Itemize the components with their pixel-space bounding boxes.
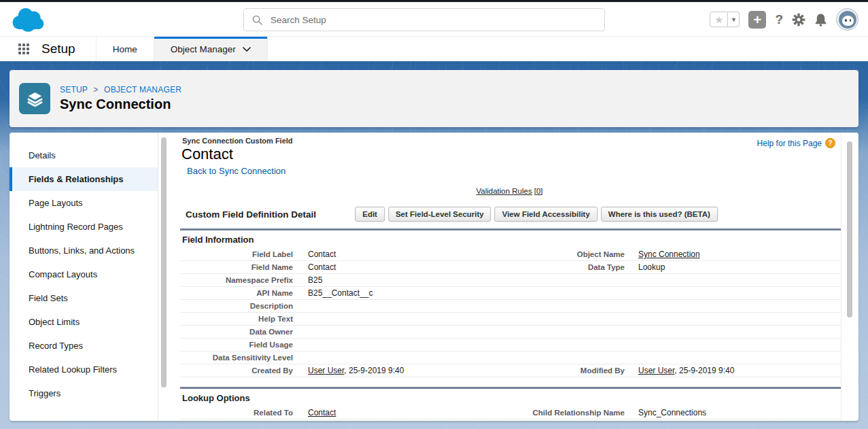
section-title: Lookup Options bbox=[180, 389, 841, 407]
help-orange-icon: ? bbox=[825, 138, 835, 148]
field-value: User User, 25-9-2019 9:40 bbox=[296, 364, 491, 377]
field-value: Lookup bbox=[627, 261, 841, 273]
sidebar-item-compact-layouts[interactable]: Compact Layouts bbox=[10, 262, 158, 286]
sidebar-item-object-limits[interactable]: Object Limits bbox=[10, 310, 158, 334]
breadcrumb-setup-link[interactable]: SETUP bbox=[60, 85, 88, 95]
sidebar-item-details[interactable]: Details bbox=[10, 143, 158, 167]
field-value: B25 bbox=[296, 274, 491, 286]
table-row: Data Sensitivity Level bbox=[180, 351, 841, 364]
object-sidebar: Details Fields & Relationships Page Layo… bbox=[10, 133, 158, 421]
sidebar-item-fields-relationships[interactable]: Fields & Relationships bbox=[10, 167, 158, 191]
context-label: Sync Connection Custom Field bbox=[182, 137, 841, 145]
field-label: Data Sensitivity Level bbox=[180, 351, 296, 364]
table-row: Description bbox=[180, 300, 841, 313]
sidebar-item-record-types[interactable]: Record Types bbox=[10, 334, 158, 358]
field-label: Field Label bbox=[180, 248, 296, 260]
field-label: Data Type bbox=[491, 261, 627, 273]
sidebar-item-lightning-record-pages[interactable]: Lightning Record Pages bbox=[10, 215, 158, 239]
content-card: Details Fields & Relationships Page Layo… bbox=[10, 133, 858, 421]
field-value: Sync Connection bbox=[627, 248, 841, 260]
global-header: ★ ▼ + ? bbox=[0, 2, 868, 36]
breadcrumb-separator: > bbox=[93, 85, 98, 95]
table-row: Created By User User, 25-9-2019 9:40 Mod… bbox=[180, 364, 841, 377]
favorites-button-group: ★ ▼ bbox=[710, 12, 740, 27]
view-field-accessibility-button[interactable]: View Field Accessibility bbox=[495, 207, 597, 222]
page-title: Sync Connection bbox=[60, 97, 181, 112]
setup-gear-icon[interactable] bbox=[792, 13, 805, 27]
modified-by-link[interactable]: User User bbox=[638, 366, 674, 375]
user-avatar[interactable] bbox=[836, 8, 858, 31]
tab-object-manager[interactable]: Object Manager bbox=[154, 37, 268, 61]
field-detail-main: Sync Connection Custom Field Contact Bac… bbox=[176, 133, 858, 421]
field-value: User User, 25-9-2019 9:40 bbox=[627, 364, 841, 377]
field-value: Contact bbox=[296, 248, 491, 260]
detail-title: Custom Field Definition Detail bbox=[186, 209, 316, 220]
setup-nav-bar: Setup Home Object Manager bbox=[0, 36, 868, 61]
app-name: Setup bbox=[41, 41, 75, 56]
sidebar-item-buttons-links-actions[interactable]: Buttons, Links, and Actions bbox=[10, 239, 158, 262]
created-by-link[interactable]: User User bbox=[308, 366, 344, 375]
field-value: Sync_Connections bbox=[627, 407, 841, 419]
sidebar-item-related-lookup-filters[interactable]: Related Lookup Filters bbox=[10, 358, 158, 381]
main-scrollbar-thumb[interactable] bbox=[847, 141, 852, 318]
field-value: Sync Connections bbox=[296, 419, 491, 421]
where-is-this-used-button[interactable]: Where is this used? (BETA) bbox=[601, 207, 718, 222]
field-value: B25__Contact__c bbox=[296, 287, 491, 299]
help-icon[interactable]: ? bbox=[775, 12, 783, 27]
salesforce-logo bbox=[9, 5, 46, 33]
sidebar-item-page-layouts[interactable]: Page Layouts bbox=[10, 191, 158, 215]
validation-rules-row: Validation Rules[0] bbox=[180, 187, 841, 195]
favorites-star-icon[interactable]: ★ bbox=[710, 12, 728, 27]
sidebar-item-triggers[interactable]: Triggers bbox=[10, 381, 158, 405]
main-scrollbar bbox=[841, 133, 855, 421]
tab-home[interactable]: Home bbox=[96, 37, 154, 61]
object-icon bbox=[19, 83, 50, 114]
field-label: Created By bbox=[180, 364, 296, 377]
field-label: Object Name bbox=[491, 248, 627, 260]
table-row: Namespace Prefix B25 bbox=[180, 274, 841, 287]
field-label: Description bbox=[180, 300, 296, 312]
field-label: Related List Label bbox=[180, 419, 296, 421]
validation-rules-link[interactable]: Validation Rules bbox=[476, 187, 532, 195]
object-name-link[interactable]: Sync Connection bbox=[638, 250, 700, 259]
field-label: Data Owner bbox=[180, 326, 296, 338]
global-search[interactable] bbox=[243, 8, 605, 31]
back-link[interactable]: Back to Sync Connection bbox=[187, 166, 285, 176]
field-information-section: Field Information Field Label Contact Ob… bbox=[180, 228, 841, 377]
sidebar-scrollbar-thumb[interactable] bbox=[161, 137, 167, 388]
sidebar-scrollbar bbox=[158, 133, 176, 421]
edit-button[interactable]: Edit bbox=[355, 207, 385, 222]
detail-header: Custom Field Definition Detail Edit Set … bbox=[180, 207, 841, 223]
page-header: SETUP > OBJECT MANAGER Sync Connection bbox=[10, 70, 858, 127]
chevron-down-icon bbox=[243, 47, 251, 52]
help-for-this-page-link[interactable]: Help for this Page ? bbox=[757, 138, 835, 148]
field-label: Field Name bbox=[180, 261, 296, 273]
field-label: Related To bbox=[180, 407, 296, 419]
breadcrumb: SETUP > OBJECT MANAGER bbox=[60, 85, 181, 95]
field-value: Contact bbox=[296, 407, 491, 419]
table-row: Related To Contact Child Relationship Na… bbox=[180, 407, 841, 419]
table-row: Field Label Contact Object Name Sync Con… bbox=[180, 248, 841, 261]
table-row: Help Text bbox=[180, 313, 841, 326]
table-row: Field Name Contact Data Type Lookup bbox=[180, 261, 841, 274]
field-label: Help Text bbox=[180, 313, 296, 325]
lookup-options-section: Lookup Options Related To Contact Child … bbox=[180, 387, 841, 421]
field-value: Contact bbox=[296, 261, 491, 273]
validation-rules-count[interactable]: [0] bbox=[534, 187, 543, 195]
table-row: Data Owner bbox=[180, 326, 841, 339]
search-icon bbox=[252, 15, 262, 25]
field-label: Namespace Prefix bbox=[180, 274, 296, 286]
breadcrumb-object-manager-link[interactable]: OBJECT MANAGER bbox=[104, 85, 181, 95]
favorites-dropdown-icon[interactable]: ▼ bbox=[728, 12, 740, 27]
table-row: Field Usage bbox=[180, 339, 841, 351]
field-title: Contact bbox=[181, 145, 841, 163]
related-to-link[interactable]: Contact bbox=[308, 408, 336, 417]
search-input[interactable] bbox=[271, 15, 596, 25]
set-field-level-security-button[interactable]: Set Field-Level Security bbox=[388, 207, 491, 222]
app-launcher-icon[interactable] bbox=[18, 44, 29, 54]
global-create-icon[interactable]: + bbox=[748, 11, 766, 29]
table-row: API Name B25__Contact__c bbox=[180, 287, 841, 300]
notifications-bell-icon[interactable] bbox=[814, 13, 827, 27]
sidebar-item-field-sets[interactable]: Field Sets bbox=[10, 286, 158, 310]
section-title: Field Information bbox=[180, 230, 841, 248]
